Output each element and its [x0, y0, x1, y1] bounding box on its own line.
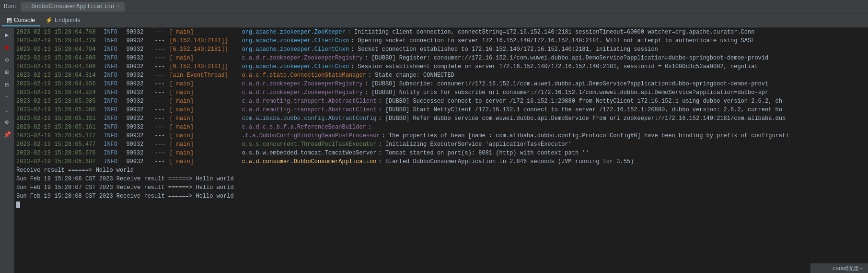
log-class: c.a.d.c.s.b.f.a.ReferenceBeanBuilder [242, 123, 366, 131]
log-class: org.apache.zookeeper.ClientCnxn [242, 45, 349, 54]
log-pid: 90932 [126, 140, 151, 149]
log-sep: --- [155, 28, 165, 36]
log-line: 2023-02-19 15:28:05.085 INFO 90932 --- [… [14, 97, 868, 106]
log-line: 2023-02-19 15:28:04.856 INFO 90932 --- [… [14, 80, 868, 88]
stop-button[interactable]: ■ [2, 42, 12, 53]
log-sep: --- [155, 131, 165, 140]
log-pid: 90932 [126, 62, 151, 71]
log-sep: --- [155, 36, 165, 45]
log-line: 2023-02-19 15:28:05.676 INFO 90932 --- [… [14, 149, 868, 157]
log-pid: 90932 [126, 28, 151, 36]
scroll-up-icon[interactable]: ↑ [2, 92, 12, 103]
log-pid: 90932 [126, 97, 151, 106]
filter-icon[interactable]: ⊟ [2, 80, 12, 90]
log-date: 2023-02-19 15:28:05.177 [16, 131, 100, 140]
log-sep: --- [155, 140, 165, 149]
log-pid: 90932 [126, 71, 151, 80]
log-level: INFO [104, 114, 122, 123]
log-level: INFO [104, 28, 122, 36]
log-pid: 90932 [126, 149, 151, 157]
log-sep: --- [155, 80, 165, 88]
log-sep: --- [155, 123, 165, 131]
layout-icon[interactable]: ⊞ [2, 67, 12, 78]
clear-icon[interactable]: ⊘ [2, 117, 12, 128]
log-class: o.s.b.w.embedded.tomcat.TomcatWebServer [242, 149, 377, 157]
log-class: .f.a.DubboConfigBindingBeanPostProcessor [242, 131, 380, 140]
log-sep: --- [155, 62, 165, 71]
tab-console[interactable]: ▤ Console [2, 15, 40, 26]
log-thread: [ main] [169, 131, 236, 140]
log-pid: 90932 [126, 123, 151, 131]
log-class: c.a.d.remoting.transport.AbstractClient [242, 106, 377, 114]
log-sep: --- [155, 114, 165, 123]
app-name: DubboConsumerApplication [31, 3, 114, 10]
title-bar: Run: ☕ DubboConsumerApplication × [0, 0, 868, 13]
log-line: 2023-02-19 15:28:05.477 INFO 90932 --- [… [14, 140, 868, 149]
log-class: org.apache.zookeeper.ClientCnxn [242, 62, 349, 71]
log-message: : Initializing ExecutorService 'applicat… [378, 140, 571, 149]
toolbar: ▤ Console ⚡ Endpoints [0, 13, 868, 28]
log-sep: --- [155, 149, 165, 157]
log-message: : Opening socket connection to server 17… [351, 36, 755, 45]
log-message: : Tomcat started on port(s): 8081 (http)… [378, 149, 589, 157]
log-date: 2023-02-19 15:28:05.085 [16, 97, 100, 106]
log-date: 2023-02-19 15:28:05.676 [16, 149, 100, 157]
log-class: c.a.d.remoting.transport.AbstractClient [242, 97, 377, 106]
log-line: 2023-02-19 15:28:04.768 INFO 90932 --- [… [14, 28, 868, 36]
log-date: 2023-02-19 15:28:04.814 [16, 71, 100, 80]
log-class: c.a.d.r.zookeeper.ZookeeperRegistry [242, 88, 363, 97]
log-class: org.apache.zookeeper.ZooKeeper [242, 28, 346, 36]
log-message: : [DUBBO] Refer dubbo service com.wuwei.… [378, 114, 786, 123]
log-message: : [DUBBO] Register: consumer://172.16.15… [365, 54, 769, 62]
log-sep: --- [155, 106, 165, 114]
log-pid: 90932 [126, 88, 151, 97]
log-level: INFO [104, 36, 122, 45]
log-date: 2023-02-19 15:28:04.779 [16, 36, 100, 45]
log-thread: [ main] [169, 54, 236, 62]
log-level: INFO [104, 88, 122, 97]
rerun-button[interactable]: ▶ [2, 30, 12, 40]
log-message: : [368, 123, 371, 131]
log-class: o.s.s.concurrent.ThreadPoolTaskExecutor [242, 140, 377, 149]
log-date: 2023-02-19 15:28:05.151 [16, 114, 100, 123]
log-message: : Initiating client connection, connectS… [347, 28, 755, 36]
log-line: 2023-02-19 15:28:05.177 INFO 90932 --- [… [14, 131, 868, 140]
log-pid: 90932 [126, 36, 151, 45]
close-tab-icon[interactable]: × [117, 4, 120, 9]
console-area[interactable]: 2023-02-19 15:28:04.768 INFO 90932 --- [… [14, 28, 868, 273]
log-line: 2023-02-19 15:28:05.161 INFO 90932 --- [… [14, 123, 868, 131]
log-message: : Socket connection established to 172.1… [351, 45, 658, 54]
log-line: 2023-02-19 15:28:04.806 INFO 90932 --- [… [14, 62, 868, 71]
input-cursor [16, 202, 20, 208]
log-date: 2023-02-19 15:28:04.806 [16, 62, 100, 71]
pin-icon[interactable]: 📌 [2, 130, 12, 140]
log-thread: [ main] [169, 88, 236, 97]
log-level: INFO [104, 80, 122, 88]
log-sep: --- [155, 45, 165, 54]
console-content: 2023-02-19 15:28:04.768 INFO 90932 --- [… [14, 28, 868, 209]
log-sep: --- [155, 54, 165, 62]
log-line: 2023-02-19 15:28:05.687 INFO 90932 --- [… [14, 157, 868, 166]
app-title-tab[interactable]: ☕ DubboConsumerApplication × [21, 2, 125, 12]
log-thread: [ main] [169, 106, 236, 114]
settings-icon[interactable]: ⚙ [2, 55, 12, 65]
run-label: Run: [4, 3, 18, 10]
log-sep: --- [155, 88, 165, 97]
log-line: 2023-02-19 15:28:04.800 INFO 90932 --- [… [14, 54, 868, 62]
log-date: 2023-02-19 15:28:04.800 [16, 54, 100, 62]
log-date: 2023-02-19 15:28:05.086 [16, 106, 100, 114]
receive-line: Sun Feb 19 15:28:07 CST 2023 Receive res… [14, 183, 868, 192]
log-message: : Session establishment complete on serv… [351, 62, 758, 71]
log-level: INFO [104, 71, 122, 80]
log-date: 2023-02-19 15:28:05.477 [16, 140, 100, 149]
log-thread: [ main] [169, 140, 236, 149]
log-thread: [ain-EventThread] [169, 71, 236, 80]
log-thread: [ main] [169, 157, 236, 166]
log-class: com.alibaba.dubbo.config.AbstractConfig [242, 114, 377, 123]
log-line: 2023-02-19 15:28:04.814 INFO 90932 --- [… [14, 71, 868, 80]
scroll-down-icon[interactable]: ↓ [2, 105, 12, 115]
log-date: 2023-02-19 15:28:05.161 [16, 123, 100, 131]
log-pid: 90932 [126, 80, 151, 88]
tab-endpoints[interactable]: ⚡ Endpoints [41, 15, 85, 26]
log-date: 2023-02-19 15:28:04.924 [16, 88, 100, 97]
